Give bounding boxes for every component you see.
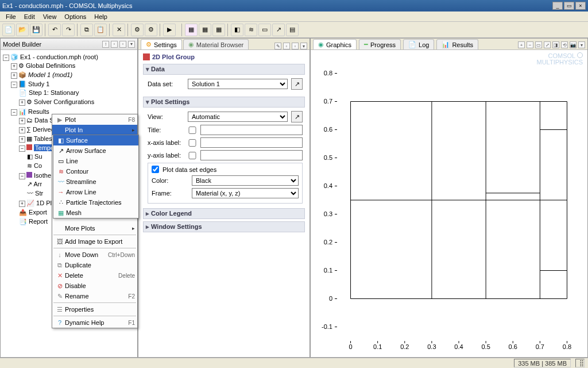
toolbar-arrow-icon[interactable]: ↗ [272, 24, 285, 36]
zoom-select-icon[interactable]: ◨ [552, 41, 559, 48]
panel-plot-icon[interactable]: ▫ [283, 43, 290, 49]
tree-tables[interactable]: Tables [34, 135, 52, 142]
submenu-streamline[interactable]: 〰Streamline [53, 177, 138, 187]
ctx-add-image[interactable]: 🖼Add Image to Export [52, 236, 137, 247]
ctx-properties[interactable]: ☰Properties [52, 304, 137, 315]
tree-arrow[interactable]: Arr [33, 181, 42, 187]
view-goto-button[interactable]: ↗ [291, 111, 303, 122]
expand-icon[interactable]: − [11, 109, 17, 116]
tree-global-definitions[interactable]: Global Definitions [26, 62, 75, 69]
tree-isothermal[interactable]: Isothe [34, 172, 51, 179]
expand-icon[interactable]: − [19, 145, 25, 152]
tree-results[interactable]: Results [28, 108, 49, 115]
expand-icon[interactable]: + [19, 118, 25, 124]
ctx-disable[interactable]: ⊘Disable [52, 281, 137, 291]
tree-study1[interactable]: Study 1 [28, 80, 49, 87]
data-set-goto-button[interactable]: ↗ [291, 78, 303, 90]
tab-material-browser[interactable]: ◉Material Browser [183, 39, 249, 49]
toolbar-surface-icon[interactable]: ◧ [231, 24, 243, 36]
tree-report[interactable]: Report [29, 218, 48, 225]
tab-results[interactable]: 📊Results [436, 39, 478, 49]
title-checkbox[interactable] [188, 126, 197, 134]
toolbar-new-icon[interactable]: 📄 [2, 24, 15, 36]
expand-icon[interactable]: + [19, 127, 25, 133]
expand-icon[interactable]: − [11, 82, 17, 88]
camera-icon[interactable]: 📷 [570, 41, 577, 48]
toolbar-plot3-icon[interactable]: ▦ [212, 24, 225, 36]
zoom-out-icon[interactable]: − [527, 41, 533, 48]
panel-tool1-icon[interactable]: ↕ [102, 41, 109, 48]
toolbar-plot1-icon[interactable]: ▦ [185, 24, 198, 36]
expand-icon[interactable]: + [19, 201, 25, 207]
tab-settings[interactable]: ⚙Settings [141, 39, 182, 49]
xaxis-input[interactable] [200, 137, 303, 148]
tab-graphics[interactable]: ◉Graphics [313, 39, 357, 49]
toolbar-delete-icon[interactable]: ✕ [113, 24, 125, 36]
frame-select[interactable]: Material (x, y, z) [192, 188, 299, 198]
ctx-plot[interactable]: ▶PlotF8 [52, 114, 137, 125]
expand-icon[interactable]: + [19, 136, 25, 143]
toolbar-paste-icon[interactable]: 📋 [94, 24, 107, 36]
panel-tool3-icon[interactable]: ▫ [119, 41, 126, 48]
section-data[interactable]: ▾ Data [143, 64, 305, 75]
toolbar-plot2-icon[interactable]: ▦ [199, 24, 211, 36]
menu-options[interactable]: Options [61, 13, 90, 21]
yaxis-checkbox[interactable] [188, 152, 197, 159]
toolbar-copy-icon[interactable]: ⧉ [80, 24, 93, 36]
section-color-legend[interactable]: ▸ Color Legend [143, 208, 305, 219]
toolbar-save-icon[interactable]: 💾 [30, 24, 42, 36]
toolbar-open-icon[interactable]: 📂 [16, 24, 29, 36]
data-set-select[interactable]: Solution 1 [188, 79, 288, 89]
toolbar-compute-icon[interactable]: ▶ [163, 24, 176, 36]
ctx-duplicate[interactable]: ⧉Duplicate [52, 260, 137, 270]
ctx-move-down[interactable]: ↓Move DownCtrl+Down [52, 250, 137, 260]
minimize-button[interactable]: _ [552, 2, 563, 10]
tree-solver-config[interactable]: Solver Configurations [34, 98, 94, 105]
title-input[interactable] [200, 125, 303, 135]
expand-icon[interactable]: + [19, 99, 25, 106]
ctx-delete[interactable]: ✕DeleteDelete [52, 270, 137, 281]
menu-help[interactable]: Help [91, 13, 111, 21]
tree-surface[interactable]: Su [34, 153, 42, 160]
expand-icon[interactable]: − [3, 55, 9, 61]
tree-export[interactable]: Export [29, 209, 47, 216]
tree-root[interactable]: Ex1 - conduction.mph (root) [20, 53, 98, 60]
graphics-canvas[interactable]: COMSOL MULTIPHYSICS 00.10.20.30.40.50.60… [311, 50, 587, 357]
xaxis-checkbox[interactable] [188, 139, 197, 147]
submenu-contour[interactable]: ≋Contour [53, 166, 138, 177]
toolbar-undo-icon[interactable]: ↶ [48, 24, 61, 36]
toolbar-line-icon[interactable]: ▭ [258, 24, 271, 36]
ctx-plot-in[interactable]: Plot In▸ [52, 125, 137, 135]
submenu-arrow-line[interactable]: →Arrow Line [53, 187, 138, 197]
zoom-box-icon[interactable]: ▭ [535, 41, 542, 48]
ctx-rename[interactable]: ✎RenameF2 [52, 291, 137, 301]
toolbar-settings1-icon[interactable]: ⚙ [131, 24, 144, 36]
toolbar-contour-icon[interactable]: ≋ [245, 24, 257, 36]
view-select[interactable]: Automatic [188, 112, 288, 122]
tab-progress[interactable]: ━Progress [359, 39, 401, 49]
tree-model1[interactable]: Model 1 (mod1) [28, 71, 72, 78]
section-window-settings[interactable]: ▸ Window Settings [143, 221, 305, 232]
panel-wand-icon[interactable]: ✎ [274, 43, 281, 49]
tree-step1[interactable]: Step 1: Stationary [29, 89, 79, 96]
plot-edges-checkbox[interactable] [152, 166, 159, 173]
submenu-arrow-surface[interactable]: ↗Arrow Surface [53, 145, 138, 156]
submenu-line[interactable]: ▭Line [53, 156, 138, 166]
panel-window-icon[interactable]: ▫ [292, 43, 299, 49]
panel-dropdown-icon[interactable]: ▾ [300, 43, 307, 49]
close-button[interactable]: × [575, 2, 586, 10]
tree-contour[interactable]: Co [34, 162, 42, 169]
toolbar-settings2-icon[interactable]: ⚙ [145, 24, 157, 36]
maximize-button[interactable]: ▭ [564, 2, 574, 10]
submenu-particle-trajectories[interactable]: ∴Particle Trajectories [53, 197, 138, 208]
menu-file[interactable]: File [2, 13, 20, 21]
expand-icon[interactable]: + [11, 63, 17, 70]
submenu-mesh[interactable]: ▦Mesh [53, 208, 138, 218]
toolbar-redo-icon[interactable]: ↷ [62, 24, 75, 36]
toolbar-mesh-icon[interactable]: ▤ [286, 24, 299, 36]
panel-tool2-icon[interactable]: ▫ [111, 41, 118, 48]
zoom-extent-icon[interactable]: ⤢ [544, 41, 551, 48]
zoom-in-icon[interactable]: + [518, 41, 525, 48]
menu-edit[interactable]: Edit [21, 13, 38, 21]
submenu-surface[interactable]: ◧Surface [53, 135, 138, 145]
